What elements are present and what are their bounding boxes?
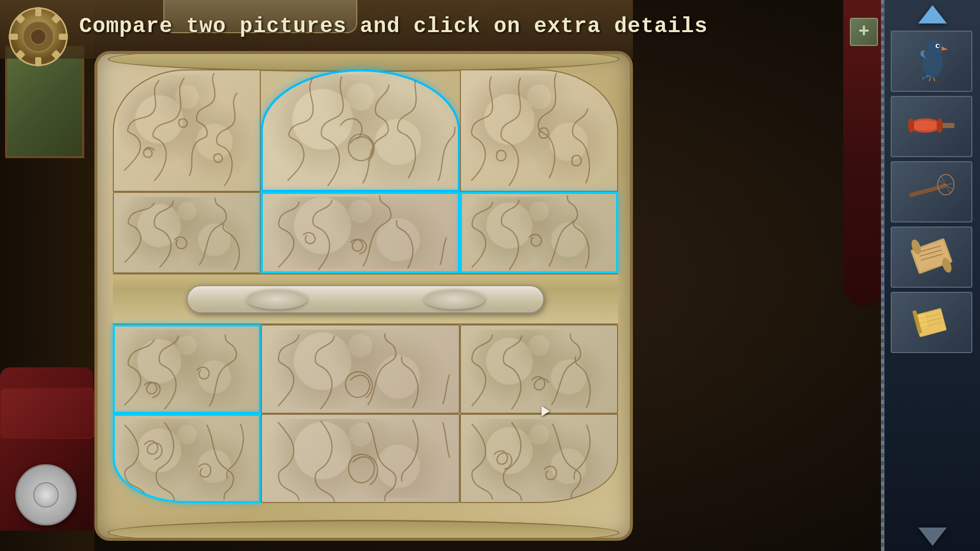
svg-line-15 — [928, 78, 930, 81]
svg-point-11 — [922, 49, 943, 78]
bird-svg — [911, 35, 952, 81]
roller-svg — [906, 105, 957, 146]
panel-lower-right-1[interactable] — [460, 324, 618, 414]
svg-point-21 — [912, 120, 939, 131]
scroll-top — [108, 51, 620, 72]
middle-row — [113, 192, 618, 273]
svg-line-31 — [919, 246, 941, 252]
paper-svg — [906, 301, 957, 342]
puzzle-area — [94, 51, 633, 541]
panels-container — [113, 69, 618, 529]
ornament-svg-11 — [262, 415, 459, 502]
panel-lower-center-2[interactable] — [261, 414, 460, 503]
svg-rect-4 — [59, 34, 68, 40]
svg-rect-29 — [911, 238, 953, 274]
inventory-slot-paper[interactable] — [891, 292, 972, 353]
svg-rect-36 — [914, 308, 947, 337]
svg-rect-3 — [9, 34, 18, 40]
stick-icon — [906, 170, 957, 214]
svg-rect-2 — [35, 57, 41, 66]
svg-line-32 — [920, 250, 942, 256]
ornament-svg-1 — [114, 70, 260, 191]
arrow-down-button[interactable] — [918, 528, 947, 546]
svg-rect-37 — [915, 309, 946, 336]
lower-row2 — [113, 414, 618, 503]
svg-point-13 — [936, 44, 940, 48]
right-panel-border — [881, 0, 884, 551]
ornament-svg-10 — [114, 415, 260, 502]
instruction-text: Compare two pictures and click on extra … — [79, 14, 708, 39]
panel-lower-center-1[interactable] — [261, 324, 460, 414]
ornament-svg-7 — [114, 325, 260, 413]
panel-mid-center[interactable] — [261, 192, 460, 273]
svg-rect-19 — [937, 123, 954, 128]
svg-rect-42 — [917, 312, 928, 329]
svg-rect-41 — [912, 310, 922, 334]
svg-rect-24 — [909, 183, 947, 197]
arrow-up-container — [885, 5, 980, 23]
svg-point-25 — [938, 174, 954, 195]
scroll-icon — [906, 236, 957, 279]
svg-point-12 — [927, 40, 944, 56]
ornament-svg-6 — [461, 193, 617, 272]
plus-button[interactable]: + — [850, 18, 878, 46]
inventory-slot-roller[interactable] — [891, 96, 972, 157]
svg-point-35 — [940, 257, 953, 274]
panel-lower-left-1[interactable] — [113, 324, 261, 414]
inventory-slot-scroll[interactable] — [891, 227, 972, 288]
ornament-svg-2 — [262, 70, 459, 191]
panel-top-center[interactable] — [261, 69, 460, 192]
ornament-svg-12 — [461, 415, 617, 502]
inventory-slot-bird[interactable] — [891, 31, 972, 92]
handle-row — [113, 273, 618, 324]
handle-knob-left — [246, 289, 307, 309]
roller-icon — [906, 105, 957, 148]
svg-line-40 — [920, 322, 943, 328]
right-curtain — [843, 0, 884, 306]
svg-point-34 — [910, 238, 922, 256]
svg-line-33 — [921, 254, 943, 260]
svg-line-27 — [939, 181, 952, 189]
panel-mid-right[interactable] — [460, 192, 618, 273]
stick-svg — [906, 170, 957, 211]
handle-knob-right — [424, 289, 485, 309]
panel-lower-left-2[interactable] — [113, 414, 261, 503]
gear-svg — [8, 6, 69, 67]
svg-line-38 — [919, 314, 941, 319]
panel-lower-right-2[interactable] — [460, 414, 618, 503]
cursor — [542, 406, 550, 416]
svg-rect-30 — [912, 240, 950, 272]
handle-bar — [187, 285, 544, 313]
ornament-svg-5 — [262, 193, 459, 272]
gear-icon[interactable] — [8, 6, 69, 67]
svg-point-22 — [908, 118, 914, 133]
ornament-svg-8 — [262, 325, 459, 413]
ornament-svg-4 — [114, 193, 260, 272]
inventory-slot-stick[interactable] — [891, 161, 972, 222]
top-row — [113, 69, 618, 192]
panel-top-right[interactable] — [460, 69, 618, 192]
inventory-panel — [891, 31, 975, 353]
svg-point-23 — [937, 118, 943, 133]
svg-rect-1 — [35, 7, 41, 16]
svg-line-28 — [940, 184, 952, 186]
svg-line-16 — [934, 78, 936, 81]
scroll-svg — [906, 236, 957, 277]
lower-row1 — [113, 324, 618, 414]
right-panel — [883, 0, 980, 551]
sofa-cushion — [0, 388, 94, 439]
svg-line-39 — [919, 318, 942, 323]
paper-icon — [906, 301, 957, 344]
arrow-up-button[interactable] — [918, 5, 947, 23]
svg-point-14 — [937, 44, 940, 47]
ornament-svg-9 — [461, 325, 617, 413]
arrow-down-container — [885, 528, 980, 546]
ornament-svg-3 — [461, 70, 617, 191]
svg-point-20 — [910, 118, 941, 133]
joystick[interactable] — [15, 464, 77, 525]
svg-point-10 — [31, 29, 46, 44]
svg-line-26 — [941, 176, 951, 194]
panel-mid-left[interactable] — [113, 192, 261, 273]
bird-icon — [911, 35, 952, 88]
panel-top-left[interactable] — [113, 69, 261, 192]
